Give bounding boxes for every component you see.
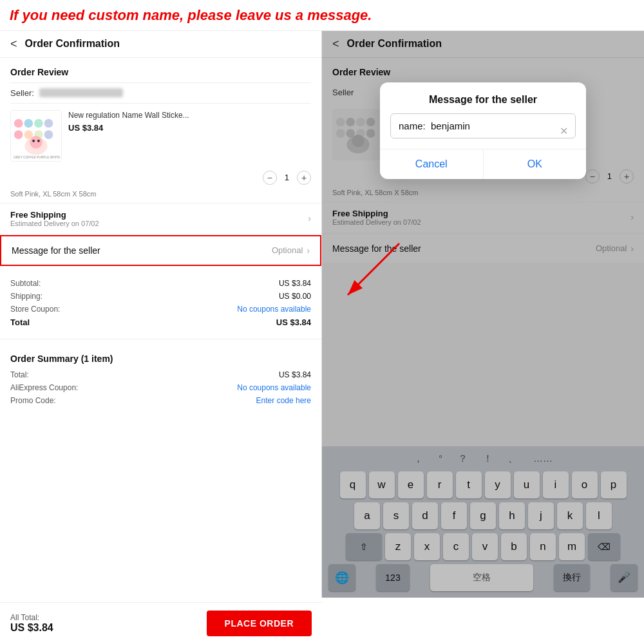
left-price-summary: Subtotal: US $3.84 Shipping: US $0.00 St… xyxy=(0,271,321,339)
left-summary-total-row: Total: US $3.84 xyxy=(10,370,311,379)
right-dialog: Message for the seller ✕ Cancel OK xyxy=(380,82,586,179)
left-subtotal-key: Subtotal: xyxy=(10,279,41,288)
left-order-summary: Order Summary (1 item) Total: US $3.84 A… xyxy=(0,345,321,413)
right-dialog-buttons: Cancel OK xyxy=(380,149,586,179)
left-seller-label: Seller: xyxy=(10,88,34,98)
banner-text: If you need custom name, please leave us… xyxy=(10,6,634,25)
svg-point-10 xyxy=(30,136,43,149)
right-dialog-clear-icon[interactable]: ✕ xyxy=(560,125,568,137)
left-promo-val: Enter code here xyxy=(256,396,311,405)
left-message-row[interactable]: Message for the seller Optional › xyxy=(0,235,321,266)
left-product-price: US $3.84 xyxy=(68,123,311,133)
left-order-review-label: Order Review xyxy=(0,58,321,82)
left-qty-decrease[interactable]: − xyxy=(263,171,277,185)
left-total-key: Total xyxy=(10,317,30,327)
left-quantity-row: − 1 + xyxy=(0,168,321,190)
left-shipping-key: Shipping: xyxy=(10,292,43,301)
left-total-val: US $3.84 xyxy=(276,317,311,327)
left-price-shipping-row: Shipping: US $0.00 xyxy=(10,292,311,301)
left-qty-number: 1 xyxy=(285,173,289,182)
svg-point-2 xyxy=(24,118,33,128)
left-shipping-title: Free Shipping xyxy=(10,210,99,220)
left-product-name: New regulation Name Wall Sticke... xyxy=(68,110,311,121)
svg-point-1 xyxy=(14,118,23,128)
left-message-optional: Optional xyxy=(272,245,303,255)
right-dialog-ok-button[interactable]: OK xyxy=(484,149,587,179)
svg-line-26 xyxy=(348,243,399,295)
left-subtotal-val: US $3.84 xyxy=(279,279,311,288)
svg-point-3 xyxy=(34,118,43,128)
left-coupon-key: Store Coupon: xyxy=(10,305,60,314)
left-variant-text: Soft Pink, XL 58cm X 58cm xyxy=(0,190,321,203)
right-dialog-cancel-button[interactable]: Cancel xyxy=(380,149,484,179)
left-seller-row: Seller: xyxy=(0,83,321,103)
svg-point-12 xyxy=(37,139,40,142)
left-message-label: Message for the seller xyxy=(12,245,100,256)
svg-point-5 xyxy=(14,130,23,139)
left-message-chevron: › xyxy=(307,245,310,256)
svg-point-6 xyxy=(24,130,33,139)
right-dialog-input[interactable] xyxy=(390,113,576,138)
left-qty-increase[interactable]: + xyxy=(297,171,311,185)
left-aliexpress-coupon-val: No coupons available xyxy=(237,383,311,392)
left-panel: < Order Confirmation Order Review Seller… xyxy=(0,31,322,598)
left-message-right: Optional › xyxy=(272,245,310,256)
svg-text:GREY COFFEE PURPLE WHITE BLUE : GREY COFFEE PURPLE WHITE BLUE GREEN xyxy=(14,156,61,159)
right-dialog-overlay: Message for the seller ✕ Cancel OK xyxy=(322,31,644,598)
right-dialog-input-row: ✕ xyxy=(380,113,586,149)
left-summary-total-val: US $3.84 xyxy=(279,370,311,379)
left-shipping-val: US $0.00 xyxy=(279,292,311,301)
right-panel: < Order Confirmation Order Review Seller xyxy=(322,31,644,598)
left-order-summary-title: Order Summary (1 item) xyxy=(10,354,311,364)
svg-point-8 xyxy=(44,130,53,139)
left-price-total-row: Total US $3.84 xyxy=(10,317,311,327)
left-product-info: New regulation Name Wall Sticke... US $3… xyxy=(68,110,311,133)
left-aliexpress-coupon-row: AliExpress Coupon: No coupons available xyxy=(10,383,311,392)
svg-point-4 xyxy=(44,118,53,128)
left-promo-key: Promo Code: xyxy=(10,396,56,405)
svg-point-11 xyxy=(32,139,35,142)
left-shipping-row[interactable]: Free Shipping Estimated Delivery on 07/0… xyxy=(0,203,321,234)
left-back-button[interactable]: < xyxy=(10,37,17,51)
left-shipping-sub: Estimated Delivery on 07/02 xyxy=(10,220,99,227)
left-aliexpress-coupon-key: AliExpress Coupon: xyxy=(10,383,78,392)
top-banner: If you need custom name, please leave us… xyxy=(0,0,644,31)
left-product-image: GREY COFFEE PURPLE WHITE BLUE GREEN xyxy=(10,110,62,162)
left-product-row: GREY COFFEE PURPLE WHITE BLUE GREEN New … xyxy=(0,104,321,168)
left-price-subtotal-row: Subtotal: US $3.84 xyxy=(10,279,311,288)
left-coupon-val: No coupons available xyxy=(237,305,311,314)
left-header: < Order Confirmation xyxy=(0,31,321,58)
right-dialog-title: Message for the seller xyxy=(380,82,586,113)
left-shipping-chevron: › xyxy=(308,213,311,223)
left-price-coupon-row: Store Coupon: No coupons available xyxy=(10,305,311,314)
left-promo-row: Promo Code: Enter code here xyxy=(10,396,311,405)
left-summary-total-key: Total: xyxy=(10,370,29,379)
left-seller-name-blurred xyxy=(39,88,123,97)
left-header-title: Order Confirmation xyxy=(25,38,120,50)
